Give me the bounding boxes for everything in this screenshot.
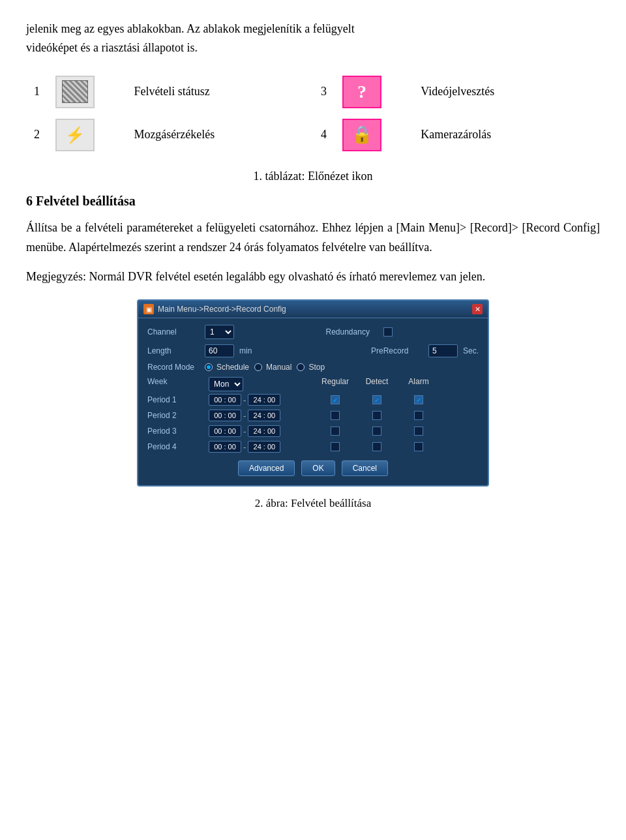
radio-stop-group: Stop xyxy=(297,363,325,372)
period-end-2[interactable] xyxy=(248,410,280,421)
week-label: Week xyxy=(147,377,206,391)
dialog-button-row: Advanced OK Cancel xyxy=(147,460,479,479)
figure-caption: 2. ábra: Felvétel beállítása xyxy=(26,497,600,510)
regular-checkbox-1[interactable] xyxy=(331,395,340,404)
period-time-1: - xyxy=(209,394,313,406)
grid-header-row: Week Mon Tue Wed Thu Fri Sat Sun Regular… xyxy=(147,377,479,391)
icon-label-4: Kamerazárolás xyxy=(413,113,600,157)
period-time-2: - xyxy=(209,410,313,421)
channel-select[interactable]: 1 xyxy=(205,325,234,339)
redundancy-label: Redundancy xyxy=(326,327,378,337)
detect-checkbox-1[interactable] xyxy=(372,395,381,404)
icon-num-1: 1 xyxy=(26,70,48,113)
icon-motion-icon: ⚡ xyxy=(48,113,126,157)
detect-checkbox-4[interactable] xyxy=(372,442,381,451)
period-row-1: Period 1- xyxy=(147,394,479,406)
prerecord-input[interactable] xyxy=(428,344,458,357)
table-caption: 1. táblázat: Előnézet ikon xyxy=(26,170,600,183)
radio-manual-group: Manual xyxy=(254,363,291,372)
week-select[interactable]: Mon Tue Wed Thu Fri Sat Sun xyxy=(209,377,243,391)
record-mode-row: Record Mode Schedule Manual Stop xyxy=(147,363,479,372)
length-row: Length min PreRecord Sec. xyxy=(147,344,479,357)
ok-button[interactable]: OK xyxy=(301,460,335,476)
icon-question-icon: ? xyxy=(335,70,413,113)
week-select-cell: Mon Tue Wed Thu Fri Sat Sun xyxy=(209,377,313,391)
channel-label: Channel xyxy=(147,327,200,337)
col-header-detect: Detect xyxy=(357,377,396,391)
icon-record-icon xyxy=(48,70,126,113)
prerecord-label: PreRecord xyxy=(371,346,423,355)
period-time-3: - xyxy=(209,425,313,437)
period-row-4: Period 4- xyxy=(147,441,479,453)
period-label-2: Period 2 xyxy=(147,411,206,420)
col-header-regular: Regular xyxy=(316,377,355,391)
regular-checkbox-3[interactable] xyxy=(331,427,340,436)
detect-checkbox-3[interactable] xyxy=(372,427,381,436)
record-mode-label: Record Mode xyxy=(147,363,200,372)
advanced-button[interactable]: Advanced xyxy=(238,460,295,476)
period-row-3: Period 3- xyxy=(147,425,479,437)
period-time-4: - xyxy=(209,441,313,453)
record-config-dialog: ▣ Main Menu->Record->Record Config ✕ Cha… xyxy=(137,299,489,487)
alarm-checkbox-2[interactable] xyxy=(414,411,423,420)
radio-schedule-label: Schedule xyxy=(216,363,249,372)
dialog-title-bar: ▣ Main Menu->Record->Record Config ✕ xyxy=(138,301,488,318)
alarm-checkbox-1[interactable] xyxy=(414,395,423,404)
period-start-3[interactable] xyxy=(209,425,241,437)
length-input[interactable] xyxy=(205,344,234,357)
period-start-1[interactable] xyxy=(209,394,241,406)
period-end-4[interactable] xyxy=(248,441,280,453)
note-paragraph: Megjegyzés: Normál DVR felvétel esetén l… xyxy=(26,267,600,287)
period-label-4: Period 4 xyxy=(147,442,206,451)
period-label-1: Period 1 xyxy=(147,395,206,404)
dialog-close-button[interactable]: ✕ xyxy=(472,304,483,314)
period-end-1[interactable] xyxy=(248,394,280,406)
alarm-checkbox-3[interactable] xyxy=(414,427,423,436)
dialog-body: Channel 1 Redundancy Length min PreRecor… xyxy=(138,318,488,485)
length-unit: min xyxy=(239,346,252,355)
period-end-3[interactable] xyxy=(248,425,280,437)
period-start-2[interactable] xyxy=(209,410,241,421)
radio-schedule[interactable] xyxy=(205,363,213,371)
regular-checkbox-4[interactable] xyxy=(331,442,340,451)
channel-row: Channel 1 Redundancy xyxy=(147,325,479,339)
icon-label-3: Videójelvesztés xyxy=(413,70,600,113)
period-label-3: Period 3 xyxy=(147,427,206,436)
dialog-title-left: ▣ Main Menu->Record->Record Config xyxy=(143,304,286,314)
icon-label-2: Mozgásérzékelés xyxy=(126,113,313,157)
icon-num-3: 3 xyxy=(313,70,335,113)
radio-stop[interactable] xyxy=(297,363,305,371)
cancel-button[interactable]: Cancel xyxy=(342,460,388,476)
icon-num-4: 4 xyxy=(313,113,335,157)
dialog-title-text: Main Menu->Record->Record Config xyxy=(158,305,286,314)
radio-stop-label: Stop xyxy=(308,363,325,372)
length-label: Length xyxy=(147,346,200,355)
prerecord-unit: Sec. xyxy=(463,346,479,355)
alarm-checkbox-4[interactable] xyxy=(414,442,423,451)
icon-label-1: Felvételi státusz xyxy=(126,70,313,113)
period-start-4[interactable] xyxy=(209,441,241,453)
intro-paragraph: jelenik meg az egyes ablakokban. Az abla… xyxy=(26,20,600,57)
redundancy-checkbox[interactable] xyxy=(383,327,393,337)
detect-checkbox-2[interactable] xyxy=(372,411,381,420)
radio-schedule-group: Schedule xyxy=(205,363,249,372)
radio-manual-label: Manual xyxy=(266,363,291,372)
section-heading: 6 Felvétel beállítása xyxy=(26,194,600,209)
icon-table: 1 Felvételi státusz 3 ? Videójelvesztés … xyxy=(26,70,600,157)
dialog-wrapper: ▣ Main Menu->Record->Record Config ✕ Cha… xyxy=(26,299,600,487)
regular-checkbox-2[interactable] xyxy=(331,411,340,420)
period-rows: Period 1-Period 2-Period 3-Period 4- xyxy=(147,394,479,453)
radio-manual[interactable] xyxy=(254,363,262,371)
dialog-title-icon: ▣ xyxy=(143,304,154,314)
col-header-alarm: Alarm xyxy=(399,377,438,391)
icon-num-2: 2 xyxy=(26,113,48,157)
period-row-2: Period 2- xyxy=(147,410,479,421)
body-paragraph: Állítsa be a felvételi paramétereket a f… xyxy=(26,218,600,258)
icon-lock-icon: 🔒 xyxy=(335,113,413,157)
